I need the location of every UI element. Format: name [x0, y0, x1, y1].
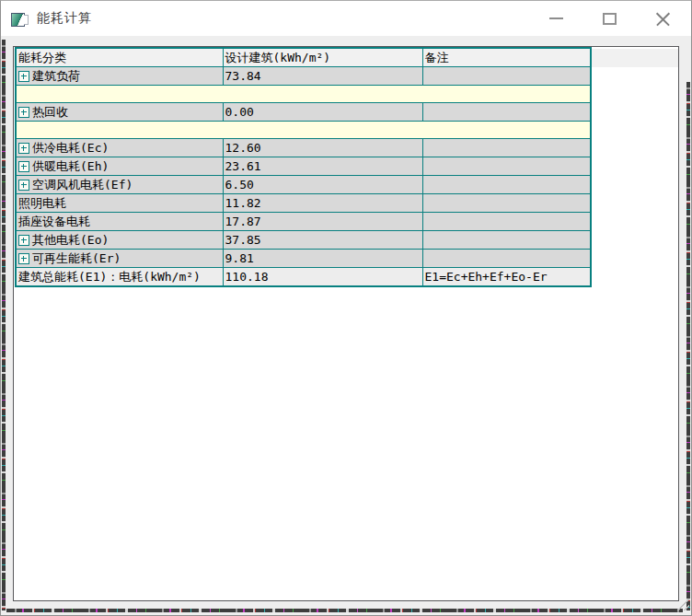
energy-table: 能耗分类 设计建筑(kWh/m²) 备注 建筑负荷73.84热回收0.00供冷电… — [15, 47, 592, 287]
row-label: 插座设备电耗 — [18, 215, 90, 228]
design-value-cell: 37.85 — [223, 231, 422, 250]
category-cell: 建筑总能耗(E1)：电耗(kWh/m²) — [16, 268, 223, 287]
design-value-cell: 110.18 — [223, 268, 422, 287]
category-cell: 其他电耗(Eo) — [16, 231, 223, 250]
spacer-cell — [16, 86, 591, 103]
maximize-button[interactable] — [594, 1, 624, 36]
header-row: 能耗分类 设计建筑(kWh/m²) 备注 — [16, 48, 591, 67]
note-cell — [422, 250, 591, 268]
table-row[interactable]: 插座设备电耗17.87 — [16, 213, 591, 231]
column-header-category: 能耗分类 — [16, 48, 223, 67]
category-cell: 热回收 — [16, 103, 223, 122]
note-cell — [422, 213, 591, 231]
minimize-button[interactable] — [541, 1, 571, 36]
close-button[interactable] — [648, 1, 677, 36]
note-cell — [422, 139, 591, 157]
spacer-row — [16, 86, 591, 103]
table-row[interactable]: 供暖电耗(Eh)23.61 — [16, 157, 591, 176]
expand-plus-icon[interactable] — [18, 161, 29, 172]
window-edge-noise-bottom — [6, 609, 683, 612]
category-cell: 空调风机电耗(Ef) — [16, 176, 223, 194]
category-cell: 照明电耗 — [16, 194, 223, 213]
table-body: 建筑负荷73.84热回收0.00供冷电耗(Ec)12.60供暖电耗(Eh)23.… — [16, 67, 591, 287]
note-cell — [422, 103, 591, 122]
expand-plus-icon[interactable] — [18, 235, 29, 246]
note-cell — [422, 157, 591, 176]
expand-plus-icon[interactable] — [18, 143, 29, 154]
row-label: 照明电耗 — [18, 196, 66, 210]
window-title: 能耗计算 — [37, 10, 92, 27]
table-row[interactable]: 其他电耗(Eo)37.85 — [16, 231, 591, 250]
design-value-cell: 12.60 — [223, 139, 422, 157]
close-icon — [655, 11, 671, 27]
expand-plus-icon[interactable] — [18, 180, 29, 191]
note-cell — [422, 176, 591, 194]
design-value-cell: 11.82 — [223, 194, 422, 213]
table-row[interactable]: 供冷电耗(Ec)12.60 — [16, 139, 591, 157]
row-label: 热回收 — [32, 105, 68, 119]
design-value-cell: 73.84 — [223, 67, 422, 86]
expand-plus-icon[interactable] — [18, 71, 29, 82]
total-row[interactable]: 建筑总能耗(E1)：电耗(kWh/m²)110.18E1=Ec+Eh+Ef+Eo… — [16, 268, 591, 287]
note-cell — [422, 194, 591, 213]
category-cell: 建筑负荷 — [16, 67, 223, 86]
spacer-cell — [16, 122, 591, 139]
design-value-cell: 0.00 — [223, 103, 422, 122]
column-header-note: 备注 — [422, 48, 591, 67]
design-value-cell: 6.50 — [223, 176, 422, 194]
note-cell: E1=Ec+Eh+Ef+Eo-Er — [422, 268, 591, 287]
category-cell: 供暖电耗(Eh) — [16, 157, 223, 176]
design-value-cell: 17.87 — [223, 213, 422, 231]
expand-plus-icon[interactable] — [18, 253, 29, 264]
design-value-cell: 9.81 — [223, 250, 422, 268]
app-icon — [11, 12, 28, 26]
category-cell: 供冷电耗(Ec) — [16, 139, 223, 157]
app-window: 能耗计算 能耗分类 设计建筑(kWh/m²) 备注 建 — [0, 0, 692, 616]
row-label: 可再生能耗(Er) — [32, 251, 121, 265]
table-row[interactable]: 建筑负荷73.84 — [16, 67, 591, 86]
client-area: 能耗分类 设计建筑(kWh/m²) 备注 建筑负荷73.84热回收0.00供冷电… — [1, 36, 691, 615]
maximize-icon — [603, 13, 617, 25]
table-row[interactable]: 热回收0.00 — [16, 103, 591, 122]
minimize-icon — [549, 17, 563, 19]
note-cell — [422, 67, 591, 86]
row-label: 建筑总能耗(E1)：电耗(kWh/m²) — [18, 270, 201, 284]
row-label: 空调风机电耗(Ef) — [32, 178, 133, 192]
table-row[interactable]: 空调风机电耗(Ef)6.50 — [16, 176, 591, 194]
category-cell: 插座设备电耗 — [16, 213, 223, 231]
table-row[interactable]: 照明电耗11.82 — [16, 194, 591, 213]
row-label: 供冷电耗(Ec) — [32, 141, 109, 155]
row-label: 供暖电耗(Eh) — [32, 159, 109, 173]
title-bar[interactable]: 能耗计算 — [1, 1, 691, 36]
note-cell — [422, 231, 591, 250]
column-header-design-value: 设计建筑(kWh/m²) — [223, 48, 422, 67]
spacer-row — [16, 122, 591, 139]
table-row[interactable]: 可再生能耗(Er)9.81 — [16, 250, 591, 268]
window-edge-noise-right — [686, 82, 690, 610]
category-cell: 可再生能耗(Er) — [16, 250, 223, 268]
window-edge-noise-left — [2, 40, 6, 610]
expand-plus-icon[interactable] — [18, 107, 29, 118]
design-value-cell: 23.61 — [223, 157, 422, 176]
row-label: 建筑负荷 — [32, 69, 80, 83]
content-panel: 能耗分类 设计建筑(kWh/m²) 备注 建筑负荷73.84热回收0.00供冷电… — [13, 46, 679, 601]
row-label: 其他电耗(Eo) — [32, 233, 109, 247]
